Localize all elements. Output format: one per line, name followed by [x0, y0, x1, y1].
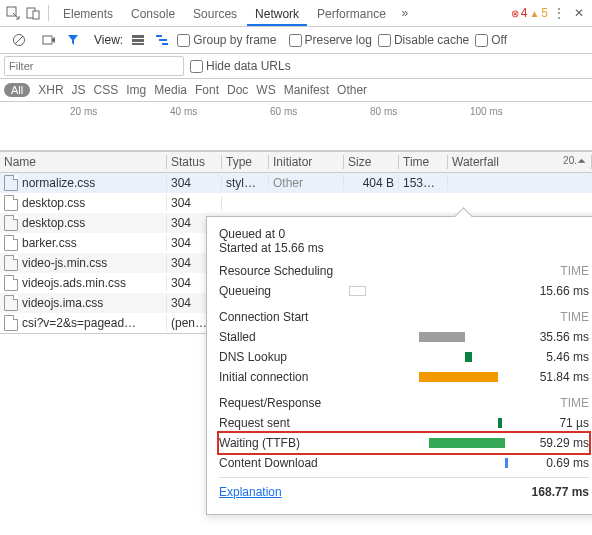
timing-bar: [498, 418, 501, 428]
svg-rect-6: [132, 35, 144, 38]
tab-console[interactable]: Console: [123, 3, 183, 26]
tab-sources[interactable]: Sources: [185, 3, 245, 26]
timing-bar: [349, 286, 366, 296]
file-icon: [4, 235, 18, 251]
timing-value: 15.66 ms: [515, 284, 589, 298]
svg-rect-11: [162, 43, 168, 45]
file-icon: [4, 195, 18, 211]
svg-rect-2: [33, 11, 39, 19]
type-xhr[interactable]: XHR: [38, 83, 63, 97]
file-icon: [4, 175, 18, 191]
type-img[interactable]: Img: [126, 83, 146, 97]
view-label: View:: [94, 33, 123, 47]
inspect-icon[interactable]: [4, 4, 22, 22]
tab-elements[interactable]: Elements: [55, 3, 121, 26]
type-all[interactable]: All: [4, 83, 30, 97]
camera-icon[interactable]: [40, 31, 58, 49]
svg-line-4: [15, 36, 23, 44]
type-doc[interactable]: Doc: [227, 83, 248, 97]
device-icon[interactable]: [24, 4, 42, 22]
timing-label: Content Download: [219, 456, 349, 470]
waterfall-view-icon[interactable]: [153, 31, 171, 49]
overview-timeline[interactable]: 20 ms40 ms60 ms80 ms100 ms: [0, 102, 592, 151]
col-waterfall[interactable]: Waterfall20.⏶: [448, 155, 592, 169]
timing-label: Waiting (TTFB): [219, 436, 349, 450]
col-name[interactable]: Name: [0, 155, 167, 169]
group-by-frame-checkbox[interactable]: Group by frame: [177, 33, 276, 47]
tab-network[interactable]: Network: [247, 3, 307, 26]
timing-value: 51.84 ms: [515, 370, 589, 384]
timing-bar: [429, 438, 505, 448]
timing-bar: [505, 458, 508, 468]
timeline-tick: 80 ms: [370, 106, 397, 117]
close-icon[interactable]: ✕: [570, 4, 588, 22]
table-row[interactable]: normalize.css304styl…Other404 B153…: [0, 173, 592, 193]
timing-tooltip: Queued at 0 Started at 15.66 ms Resource…: [206, 216, 592, 515]
started-text: Started at 15.66 ms: [219, 241, 589, 255]
timing-bar: [419, 332, 465, 342]
filter-input[interactable]: [4, 56, 184, 76]
offline-checkbox[interactable]: Off: [475, 33, 507, 47]
disable-cache-checkbox[interactable]: Disable cache: [378, 33, 469, 47]
type-css[interactable]: CSS: [94, 83, 119, 97]
queued-text: Queued at 0: [219, 227, 589, 241]
timing-label: Request sent: [219, 416, 349, 430]
timeline-tick: 20 ms: [70, 106, 97, 117]
svg-rect-7: [132, 39, 144, 42]
type-media[interactable]: Media: [154, 83, 187, 97]
timing-label: Initial connection: [219, 370, 349, 384]
timing-value: 0.69 ms: [515, 456, 589, 470]
type-font[interactable]: Font: [195, 83, 219, 97]
svg-rect-10: [159, 39, 167, 41]
preserve-log-checkbox[interactable]: Preserve log: [289, 33, 372, 47]
file-icon: [4, 215, 18, 231]
clear-icon[interactable]: [10, 31, 28, 49]
error-badge[interactable]: ⊗4: [511, 6, 528, 20]
filter-icon[interactable]: [64, 31, 82, 49]
svg-rect-5: [43, 36, 52, 44]
timing-label: DNS Lookup: [219, 350, 349, 364]
hide-data-urls-checkbox[interactable]: Hide data URLs: [190, 59, 291, 73]
type-manifest[interactable]: Manifest: [284, 83, 329, 97]
type-ws[interactable]: WS: [256, 83, 275, 97]
timing-value: 35.56 ms: [515, 330, 589, 344]
col-type[interactable]: Type: [222, 155, 269, 169]
col-time[interactable]: Time: [399, 155, 448, 169]
col-size[interactable]: Size: [344, 155, 399, 169]
timing-bar: [419, 372, 499, 382]
more-tabs-icon[interactable]: »: [396, 4, 414, 22]
type-filter-row: All XHRJSCSSImgMediaFontDocWSManifestOth…: [0, 79, 592, 102]
timing-value: 71 µs: [515, 416, 589, 430]
table-header[interactable]: Name Status Type Initiator Size Time Wat…: [0, 151, 592, 173]
type-js[interactable]: JS: [72, 83, 86, 97]
total-time: 168.77 ms: [515, 485, 589, 499]
kebab-icon[interactable]: ⋮: [550, 4, 568, 22]
file-icon: [4, 295, 18, 311]
large-rows-icon[interactable]: [129, 31, 147, 49]
warning-badge[interactable]: ▲5: [529, 6, 548, 20]
col-initiator[interactable]: Initiator: [269, 155, 344, 169]
timeline-tick: 40 ms: [170, 106, 197, 117]
timing-bar: [465, 352, 472, 362]
file-icon: [4, 275, 18, 291]
svg-rect-8: [132, 43, 144, 45]
panel-tabs: ElementsConsoleSourcesNetworkPerformance: [55, 0, 394, 26]
col-status[interactable]: Status: [167, 155, 222, 169]
timing-label: Stalled: [219, 330, 349, 344]
tab-performance[interactable]: Performance: [309, 3, 394, 26]
type-other[interactable]: Other: [337, 83, 367, 97]
file-icon: [4, 315, 18, 331]
explanation-link[interactable]: Explanation: [219, 485, 282, 499]
timeline-tick: 60 ms: [270, 106, 297, 117]
svg-rect-9: [156, 35, 162, 37]
table-row[interactable]: desktop.css304: [0, 193, 592, 213]
timeline-tick: 100 ms: [470, 106, 503, 117]
timing-value: 5.46 ms: [515, 350, 589, 364]
timing-value: 59.29 ms: [515, 436, 589, 450]
timing-label: Queueing: [219, 284, 349, 298]
file-icon: [4, 255, 18, 271]
